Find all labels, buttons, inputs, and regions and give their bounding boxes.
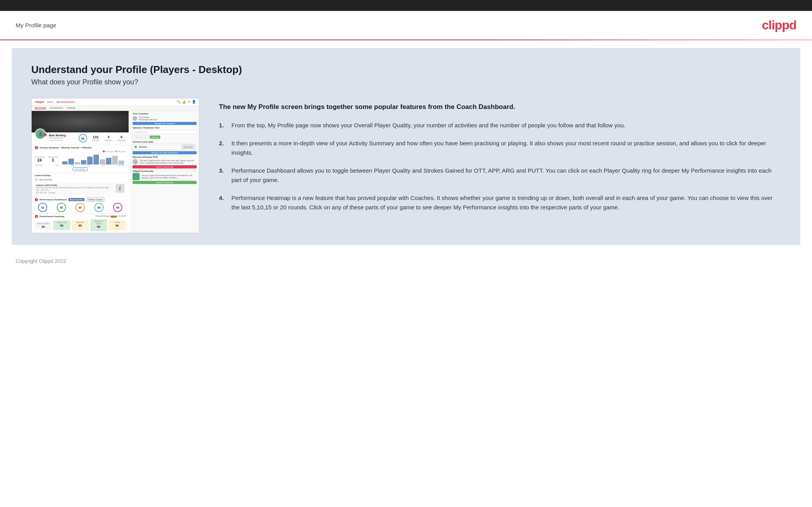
mock-heatmap-ott-label: Off the Tee [54,221,69,223]
mock-left-col: 👤 1 Blair McHarg Plus Handicap United Ki… [32,111,129,233]
mock-heatmap-arg[interactable]: Around the Green 96 ↑ ↓ [90,219,107,231]
mock-activity-label: Activity Summary Monthly Activity - 6 Mo… [39,146,91,149]
mock-drill-avatar [133,159,138,164]
avatar-icon: 👤 [192,100,196,104]
mock-chart-legend: On-course Off-course [35,150,125,153]
mock-heatmap-arg-change: ↑ ↓ [91,229,106,230]
list-num-4: 4. [219,193,227,212]
mock-heatmap-putt[interactable]: Putting 96 ↑ ↓ [109,220,125,230]
mock-heatmap-overall-label: Player Quality [36,222,50,225]
mock-drill-item: The new Clippd practice drill to see mor… [133,159,197,164]
time-label-2: Apr [56,164,58,166]
mock-add-link-btn[interactable]: Add Link [150,136,160,139]
mock-logo: clippd [35,100,44,104]
search-icon: 🔍 [177,100,181,104]
mock-heatmap-ott-change: ↑ ↓ [54,227,69,229]
bar-5 [87,157,93,164]
right-intro: The new My Profile screen brings togethe… [219,102,781,112]
mock-following-label: Following [117,139,125,141]
mock-hero-bg [32,111,129,132]
top-bar [0,0,812,11]
mock-heatmap-overall-val: 92 [36,225,50,229]
mock-heatmap-ott-val: 90 [54,224,69,227]
mock-toggle-strokes-gained[interactable]: Strokes Gained [87,198,104,202]
mock-oncourse-label: On Course [35,156,44,158]
mock-followers-val: 3 [104,135,113,139]
mock-lesson-detail: Nothing to feel like my hips are working… [36,186,113,191]
main-heading: Understand your Profile (Players - Deskt… [31,64,781,76]
mock-profile-row: 👤 1 Blair McHarg Plus Handicap United Ki… [32,132,129,145]
mock-heatmap: 4 Performance Heatmap 5 Round Change: 5 … [32,214,129,233]
mock-performance-dashboard: 3 Performance Dashboard Player Quality S… [32,196,129,214]
mock-ring-app[interactable]: 85 [75,203,85,212]
list-item-4: 4. Performance Heatmap is a new feature … [219,193,781,212]
mock-perf-label: Performance Dashboard [39,198,67,201]
mock-all-activities-btn[interactable]: All Activities [73,167,88,171]
mock-community: Clippd Community Join the Clippd Communi… [133,170,197,184]
mock-ring-ott[interactable]: 90 [57,203,66,212]
bar-10 [118,161,124,164]
mock-heatmap-app-val: 85 [73,224,88,227]
main-subheading: What does your Profile show you? [31,78,781,86]
feature-list: 1. From the top, My Profile page now sho… [219,121,781,212]
mock-on-off-stats: On Course 24 Off Course 3 [35,156,57,162]
mock-heatmap-putt-change: ↑ ↓ [110,227,124,229]
mock-arccos-label: Arccos [139,146,147,148]
mock-manage-integrations-btn[interactable]: Manage Your Data Integrations [133,151,197,154]
mock-stat-followers: 3 Followers [104,135,113,141]
mock-oncourse-stat: On Course 24 [35,156,44,162]
list-text-3: Performance Dashboard allows you to togg… [231,166,781,185]
mock-heatmap-overall[interactable]: Player Quality 92 [35,221,52,229]
list-item-2: 2. It then presents a more in-depth view… [219,139,781,157]
mock-heatmap-arg-val: 96 [91,225,106,229]
mock-drill-btn[interactable]: Launch Capture App [133,165,197,168]
mock-coach-btn[interactable]: Manage Your Coaches [133,122,197,125]
mock-avatar-wrapper: 👤 1 [35,134,46,139]
mock-profile-location: United Kingdom [49,139,75,141]
mock-subnav: My Profile Connections Settings [32,105,199,111]
mock-activity-num: 2 [35,146,38,149]
mock-heatmap-row: Player Quality 92 Off the Tee 90 ↑ ↓ App… [35,219,125,231]
mock-heatmap-num: 4 [35,215,38,218]
mock-navbar: clippd Home My Performance 🔍 🔔 ⚙ 👤 [32,98,199,105]
mock-latest-text: Blair McHarg [39,179,125,181]
mock-activity-section: 2 Activity Summary Monthly Activity - 6 … [32,145,129,173]
mock-community-btn[interactable]: Launch Community [133,181,197,184]
mock-ring-putt[interactable]: 96 [113,203,122,212]
on-course-dot [103,150,105,152]
mock-legend-offcourse: Off-course [115,150,125,153]
mock-ring-overall[interactable]: 92 [38,203,47,212]
content-columns: clippd Home My Performance 🔍 🔔 ⚙ 👤 My Pr… [31,98,781,233]
mock-drill-title: Record a Practice Drill [133,156,197,158]
bell-icon: 🔔 [182,100,186,104]
mock-disconnect-btn[interactable]: Disconnect [182,145,195,149]
bar-2 [68,159,74,164]
mock-heatmap-app[interactable]: Approach 85 ↑ ↓ [72,220,89,230]
mock-followers-label: Followers [104,139,113,141]
heatmap-gradient [111,216,117,218]
list-num-3: 3. [219,166,227,185]
mock-coach-info: Dan Davies Kenmaybe Golf Club [139,116,157,121]
mock-subnav-connections: Connections [50,107,63,109]
mock-coaches: Your Coaches Dan Davies Kenmaybe Golf Cl… [133,112,197,125]
mock-nav-myperformance: My Performance [57,101,75,103]
mock-heatmap-ott[interactable]: Off the Tee 90 ↑ ↓ [53,220,70,230]
mock-latest-item: Blair McHarg [35,177,125,182]
right-column: The new My Profile screen brings togethe… [219,98,781,221]
mock-lesson-row: Lesson with Fondy Nothing to feel like m… [35,183,125,195]
mock-trackman-small-input[interactable]: Trackman Link [133,135,149,139]
mock-connect-title: Connect your data [133,141,197,143]
mock-coach-club: Kenmaybe Golf Club [139,118,157,121]
bar-9 [112,156,118,164]
mock-ring-arg[interactable]: 86 [94,203,104,212]
mock-hero [32,111,129,132]
mock-toggle-player-quality[interactable]: Player Quality [68,198,84,201]
mock-profile-info: Blair McHarg Plus Handicap United Kingdo… [49,134,75,141]
list-item-3: 3. Performance Dashboard allows you to t… [219,166,781,185]
mock-coach-item: Dan Davies Kenmaybe Golf Club [133,116,197,121]
mock-trackman-input[interactable]: Trackman Link [133,130,197,134]
mock-heatmap-arg-label: Around the Green [91,220,106,225]
mock-stats: 92 131 Activities 3 Followers [79,134,125,143]
mock-activity-title: 2 Activity Summary Monthly Activity - 6 … [35,146,125,149]
bar-8 [106,158,111,164]
